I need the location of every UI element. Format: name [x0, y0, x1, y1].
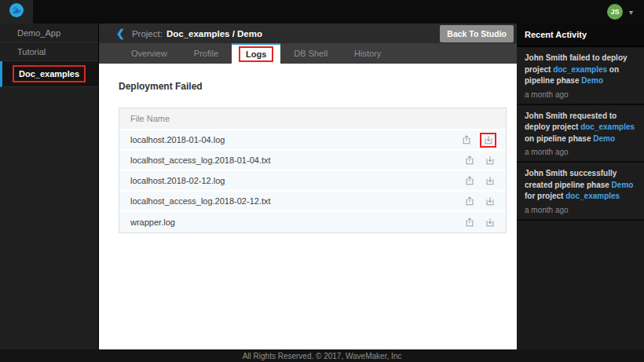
logs-content: Deployment Failed File Name localhost.20… — [99, 64, 517, 349]
log-files-table: File Name localhost.2018-01-04.loglocalh… — [119, 108, 507, 233]
file-name: wrapper.log — [130, 218, 456, 227]
main-area: ❮ Project: Doc_examples / Demo Back To S… — [99, 24, 517, 349]
tab-db-shell[interactable]: DB Shell — [280, 43, 341, 64]
sidebar-item-doc_examples[interactable]: Doc_examples — [0, 61, 98, 87]
tab-history[interactable]: History — [341, 43, 394, 64]
tab-label: Logs — [239, 46, 273, 62]
top-bar: JS ▾ — [0, 0, 644, 24]
project-header: ❮ Project: Doc_examples / Demo Back To S… — [99, 24, 517, 43]
share-icon[interactable] — [459, 133, 473, 147]
activity-item: John Smith failed to deploy project doc_… — [517, 47, 644, 105]
activity-timestamp: a month ago — [525, 206, 636, 214]
activity-text-segment: for project — [525, 192, 565, 200]
table-row: localhost_access_log.2018-02-12.txt — [119, 192, 506, 212]
table-row: localhost.2018-01-04.log — [119, 130, 506, 151]
activity-text: John Smith failed to deploy project doc_… — [525, 53, 636, 87]
table-row: localhost_access_log.2018-01-04.txt — [119, 151, 506, 171]
download-icon[interactable] — [483, 216, 496, 229]
copyright-text: All Rights Reserved. © 2017, WaveMaker, … — [243, 352, 402, 360]
tab-profile[interactable]: Profile — [181, 43, 232, 64]
tab-bar: OverviewProfileLogsDB ShellHistory — [99, 43, 517, 64]
chevron-down-icon[interactable]: ▾ — [629, 8, 633, 16]
projects-sidebar: Demo_AppTutorialDoc_examples — [0, 24, 99, 349]
table-header-file-name: File Name — [119, 108, 506, 130]
activity-link[interactable]: doc_examples — [580, 122, 635, 131]
table-row: localhost.2018-02-12.log — [119, 171, 506, 192]
recent-activity-title: Recent Activity — [517, 24, 644, 47]
file-name: localhost_access_log.2018-02-12.txt — [130, 196, 456, 206]
activity-link[interactable]: doc_examples — [553, 65, 607, 74]
activity-text: John Smith requested to deploy project d… — [525, 111, 636, 145]
recent-activity-panel: Recent Activity John Smith failed to dep… — [517, 24, 644, 349]
activity-text-segment: John Smith successfully created pipeline… — [525, 169, 617, 189]
activity-link[interactable]: Demo — [593, 134, 615, 143]
sidebar-item-label: Doc_examples — [13, 65, 86, 82]
activity-link[interactable]: Demo — [612, 181, 634, 189]
share-icon[interactable] — [463, 174, 476, 188]
app-logo[interactable] — [0, 0, 33, 24]
deployment-status-heading: Deployment Failed — [119, 81, 517, 92]
project-title: Doc_examples / Demo — [166, 29, 262, 38]
wavemaker-logo-icon — [9, 2, 24, 21]
share-icon[interactable] — [463, 195, 476, 208]
sidebar-item-label: Demo_App — [13, 26, 65, 40]
activity-link[interactable]: Demo — [581, 76, 603, 85]
activity-timestamp: a month ago — [525, 90, 636, 99]
sidebar-item-label: Tutorial — [13, 45, 50, 59]
file-name: localhost_access_log.2018-01-04.txt — [130, 155, 456, 165]
project-label: Project: — [132, 29, 163, 38]
download-icon[interactable] — [483, 174, 496, 188]
download-icon[interactable] — [483, 154, 496, 167]
tab-label: DB Shell — [294, 49, 327, 58]
share-icon[interactable] — [463, 216, 476, 229]
table-row: wrapper.log — [119, 212, 506, 232]
file-name: localhost.2018-01-04.log — [130, 135, 452, 144]
tab-label: Overview — [131, 49, 167, 58]
download-icon[interactable] — [480, 133, 496, 148]
file-name: localhost.2018-02-12.log — [130, 176, 456, 185]
back-chevron-icon[interactable]: ❮ — [116, 28, 125, 38]
tab-logs[interactable]: Logs — [232, 43, 280, 64]
back-to-studio-button[interactable]: Back To Studio — [440, 25, 514, 42]
download-icon[interactable] — [483, 195, 496, 208]
avatar[interactable]: JS — [607, 4, 623, 20]
sidebar-item-demo_app[interactable]: Demo_App — [0, 24, 98, 42]
sidebar-item-tutorial[interactable]: Tutorial — [0, 42, 98, 61]
activity-text: John Smith successfully created pipeline… — [525, 168, 636, 203]
table-body: localhost.2018-01-04.loglocalhost_access… — [119, 130, 506, 232]
activity-item: John Smith successfully created pipeline… — [517, 163, 644, 221]
share-icon[interactable] — [463, 154, 476, 167]
activity-link[interactable]: doc_examples — [565, 192, 620, 200]
activity-text-segment: on pipeline phase — [525, 134, 593, 143]
tab-label: History — [354, 49, 381, 58]
footer: All Rights Reserved. © 2017, WaveMaker, … — [0, 349, 644, 362]
activity-item: John Smith requested to deploy project d… — [517, 105, 644, 163]
tab-label: Profile — [194, 49, 218, 58]
activity-list: John Smith failed to deploy project doc_… — [517, 47, 644, 221]
activity-timestamp: a month ago — [525, 148, 636, 156]
tab-overview[interactable]: Overview — [118, 43, 181, 64]
